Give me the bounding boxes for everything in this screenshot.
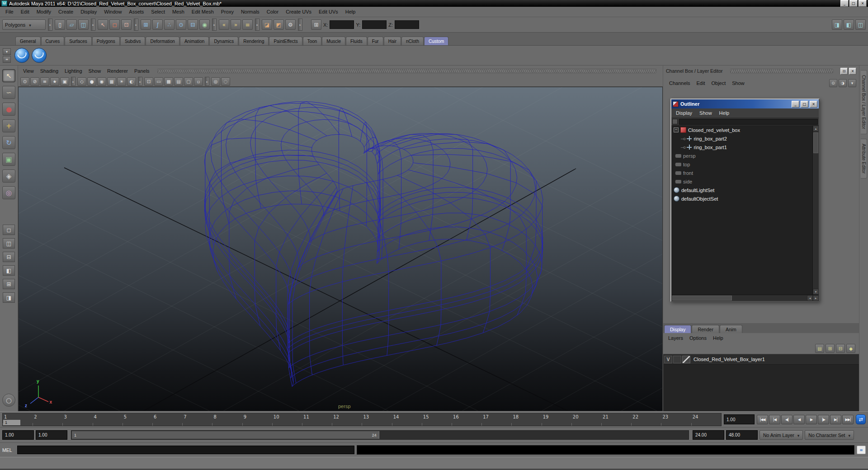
- frame-tick[interactable]: 19: [542, 414, 571, 426]
- pane-close-button[interactable]: ×: [849, 68, 856, 75]
- outliner-item[interactable]: defaultObjectSet: [671, 194, 812, 203]
- outliner-vertical-scrollbar[interactable]: ▴ ▾: [812, 126, 819, 295]
- frame-tick[interactable]: 13: [362, 414, 392, 426]
- frame-tick[interactable]: 14: [392, 414, 422, 426]
- outliner-item[interactable]: top: [671, 160, 812, 169]
- toolbar-separator[interactable]: [71, 77, 75, 86]
- range-slider[interactable]: 1 24: [71, 430, 689, 440]
- sidebar-vertical-tab[interactable]: Attribute Editor: [861, 139, 867, 179]
- playback-range-bar[interactable]: 1 24: [72, 431, 379, 439]
- menu-item[interactable]: Edit Mesh: [188, 8, 217, 16]
- outliner-item[interactable]: side: [671, 177, 812, 186]
- menu-item[interactable]: Mesh: [169, 8, 188, 16]
- frame-tick[interactable]: 21: [601, 414, 631, 426]
- construction-history-icon[interactable]: ≡: [242, 19, 253, 30]
- shelf-tab[interactable]: Custom: [424, 37, 448, 45]
- current-time-field[interactable]: 1.00: [724, 414, 755, 424]
- frame-tick[interactable]: 17: [481, 414, 511, 426]
- outliner-window[interactable]: Outliner _□× DisplayShowHelp: [670, 99, 820, 302]
- current-frame-marker[interactable]: 1: [3, 420, 20, 425]
- frame-tick[interactable]: 4: [93, 414, 123, 426]
- menu-item[interactable]: Edit UVs: [315, 8, 342, 16]
- frame-tick[interactable]: 23: [661, 414, 691, 426]
- camera-attributes-icon[interactable]: ≡: [40, 77, 49, 86]
- menu-item[interactable]: Create UVs: [282, 8, 315, 16]
- layer-editor-tab[interactable]: Render: [692, 325, 719, 333]
- shelf-menu-icon[interactable]: ▾: [3, 48, 11, 55]
- layout-two-panes-side-icon[interactable]: ◫: [3, 238, 15, 249]
- frame-tick[interactable]: 7: [182, 414, 212, 426]
- menu-item[interactable]: Assets: [125, 8, 147, 16]
- frame-tick[interactable]: 11: [302, 414, 332, 426]
- layout-three-panes-icon[interactable]: ◧: [3, 265, 15, 276]
- shelf-tab[interactable]: Fluids: [346, 37, 367, 45]
- frame-tick[interactable]: 10: [272, 414, 302, 426]
- layer-editor-menu-item[interactable]: Options: [686, 334, 710, 342]
- shelf-tab[interactable]: Fur: [368, 37, 383, 45]
- toggle-channel-box-icon[interactable]: ◫: [855, 19, 866, 30]
- channel-options-icon[interactable]: ▾: [848, 79, 856, 87]
- panel-menu-item[interactable]: Panels: [131, 67, 153, 75]
- channel-box-menu-item[interactable]: Show: [729, 80, 748, 87]
- step-forward-key-button[interactable]: ▶|: [830, 415, 841, 424]
- lasso-tool-icon[interactable]: ∽: [2, 86, 15, 99]
- layer-color-swatch[interactable]: [682, 356, 690, 363]
- command-result-field[interactable]: [357, 445, 854, 455]
- layer-editor-tab[interactable]: Anim: [720, 325, 742, 333]
- scrollbar-thumb[interactable]: [813, 132, 818, 153]
- shelf-tab[interactable]: Subdivs: [120, 37, 146, 45]
- scroll-down-icon[interactable]: ▾: [813, 289, 819, 295]
- toolbar-separator[interactable]: [205, 77, 209, 86]
- universal-manipulator-icon[interactable]: ◈: [2, 169, 15, 183]
- layer-editor-menu-item[interactable]: Layers: [665, 334, 686, 342]
- outliner-item[interactable]: defaultLightSet: [671, 186, 812, 194]
- channel-box-menu-item[interactable]: Object: [708, 80, 729, 87]
- layout-two-panes-stacked-icon[interactable]: ⊟: [3, 252, 15, 262]
- render-settings-icon[interactable]: ⚙: [285, 19, 296, 30]
- shelf-tab[interactable]: Animation: [180, 37, 209, 45]
- menu-item[interactable]: Normals: [237, 8, 263, 16]
- mel-command-input[interactable]: [17, 446, 354, 454]
- frame-tick[interactable]: 9: [242, 414, 272, 426]
- pane-grip[interactable]: [730, 69, 834, 73]
- shelf-tab[interactable]: Curves: [41, 37, 65, 45]
- paint-select-tool-icon[interactable]: ●: [2, 103, 15, 116]
- outliner-filter-field[interactable]: [679, 119, 818, 125]
- frame-tick[interactable]: 5: [123, 414, 152, 426]
- move-selected-to-layer-icon[interactable]: ▤: [815, 344, 824, 353]
- new-empty-layer-icon[interactable]: ⊟: [836, 344, 845, 353]
- layer-playback-toggle[interactable]: [673, 356, 681, 363]
- frame-tick[interactable]: 2: [33, 414, 62, 426]
- ipr-render-icon[interactable]: ◩: [274, 19, 284, 30]
- window-titlebar[interactable]: M Autodesk Maya 2011 x64: D:\21\Closed_R…: [0, 0, 868, 7]
- make-object-live-icon[interactable]: ◉: [199, 19, 210, 30]
- shelf-tab[interactable]: Surfaces: [65, 37, 91, 45]
- output-connections-icon[interactable]: »: [231, 19, 241, 30]
- panel-menu-item[interactable]: Shading: [37, 67, 61, 75]
- lock-camera-icon[interactable]: ⊘: [30, 77, 39, 86]
- frame-tick[interactable]: 24: [691, 414, 721, 426]
- toggle-tool-settings-icon[interactable]: ◧: [844, 19, 854, 30]
- step-forward-frame-button[interactable]: |▶: [818, 415, 829, 424]
- teamviewer-overlay-icon[interactable]: ⇄: [856, 414, 866, 424]
- animation-start-field[interactable]: 1.00: [2, 430, 34, 440]
- close-button[interactable]: ×: [859, 0, 867, 7]
- select-by-hierarchy-icon[interactable]: ↖: [98, 19, 108, 30]
- new-scene-icon[interactable]: ▯: [55, 19, 65, 30]
- numeric-input-mode-icon[interactable]: ⊞: [311, 19, 321, 30]
- input-connections-icon[interactable]: «: [219, 19, 229, 30]
- bookmarks-icon[interactable]: ★: [50, 77, 59, 86]
- layer-editor-tab[interactable]: Display: [664, 325, 691, 333]
- toolbar-separator[interactable]: [138, 77, 142, 86]
- menu-item[interactable]: Select: [147, 8, 169, 16]
- render-current-frame-icon[interactable]: ◪: [262, 19, 272, 30]
- layer-row[interactable]: V Closed_Red_Velvet_Box_layer1: [663, 354, 859, 365]
- snap-to-view-planes-icon[interactable]: ⊟: [188, 19, 198, 30]
- snap-to-projected-center-icon[interactable]: ⊙: [176, 19, 186, 30]
- shelf-tab[interactable]: Muscle: [322, 37, 345, 45]
- script-editor-icon[interactable]: ≡: [857, 446, 866, 454]
- wireframe-display-icon[interactable]: ◇: [77, 77, 86, 86]
- layer-options-icon[interactable]: ◆: [846, 344, 855, 353]
- play-backwards-button[interactable]: ◀: [793, 415, 805, 424]
- select-camera-icon[interactable]: ⊙: [20, 77, 29, 86]
